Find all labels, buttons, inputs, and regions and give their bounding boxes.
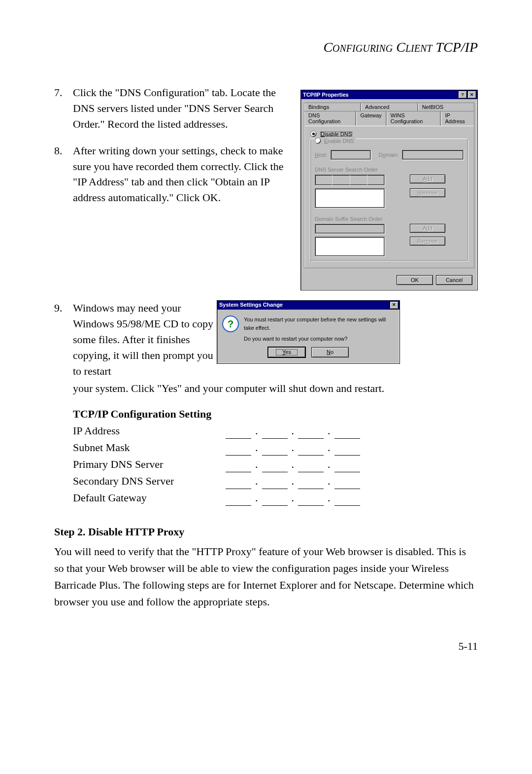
tab-panel: DDisable DNSisable DNS Enable DNS Host: … (304, 125, 474, 268)
radio-label: DDisable DNSisable DNS (320, 131, 353, 137)
add-button[interactable]: Add (410, 224, 445, 233)
step-text-part2: your system. Click "Yes" and your comput… (73, 381, 384, 396)
domain-suffix-label: Domain Suffix Search Order (315, 216, 464, 222)
config-row: Primary DNS Server... (73, 457, 478, 472)
dialog-titlebar: TCP/IP Properties ? ✕ (301, 90, 477, 99)
config-row: Subnet Mask... (73, 440, 478, 456)
step-text: Click the "DNS Configuration" tab. Locat… (73, 85, 291, 132)
config-label: Secondary DNS Server (73, 473, 226, 489)
radio-icon (310, 131, 317, 137)
step-text-part1: Windows may need your Windows 95/98/ME C… (73, 300, 217, 379)
dialog-title: System Settings Change (219, 301, 283, 309)
step-8: 8. After writing down your settings, che… (54, 143, 291, 206)
help-icon[interactable]: ? (458, 91, 467, 99)
remove-button[interactable]: Remove (410, 188, 445, 197)
tab-ip-address[interactable]: IP Address (440, 111, 474, 126)
dns-search-order-label: DNS Server Search Order (315, 167, 464, 173)
step2-body: You will need to verify that the "HTTP P… (54, 543, 478, 610)
config-row: Secondary DNS Server... (73, 473, 478, 489)
tab-wins-configuration[interactable]: WINS Configuration (386, 111, 441, 126)
domain-label: Domain: (379, 152, 399, 158)
config-blanks: ... (226, 423, 360, 439)
ok-button[interactable]: OK (397, 275, 433, 285)
config-label: Default Gateway (73, 490, 226, 506)
add-button[interactable]: Add (410, 175, 445, 183)
dns-server-list[interactable] (315, 188, 385, 208)
dialog-title: TCP/IP Properties (303, 92, 349, 98)
cancel-button[interactable]: Cancel (436, 275, 472, 285)
config-blanks: ... (226, 473, 360, 489)
config-blanks: ... (226, 440, 360, 456)
close-icon[interactable]: ✕ (390, 301, 399, 309)
page-number: 5-11 (54, 640, 478, 653)
step-text: After writing down your settings, check … (73, 143, 291, 206)
config-row: Default Gateway... (73, 490, 478, 506)
tab-row-2: DNS Configuration Gateway WINS Configura… (301, 110, 477, 125)
step-9: 9. Windows may need your Windows 95/98/M… (54, 300, 478, 506)
page-header: Configuring Client TCP/IP (54, 39, 478, 55)
step-number: 9. (54, 300, 73, 379)
dialog-line2: Do you want to restart your computer now… (244, 335, 395, 343)
dialog-line1: You must restart your computer before th… (244, 316, 395, 332)
config-table-heading: TCP/IP Configuration Setting (73, 406, 478, 422)
tab-dns-configuration[interactable]: DNS Configuration (304, 111, 356, 126)
yes-button[interactable]: Yes (268, 347, 305, 358)
tab-netbios[interactable]: NetBIOS (418, 103, 474, 111)
tab-row-1: Bindings Advanced NetBIOS (301, 99, 477, 110)
radio-icon (315, 138, 321, 144)
step-7: 7. Click the "DNS Configuration" tab. Lo… (54, 85, 291, 132)
config-label: Subnet Mask (73, 440, 226, 456)
radio-disable-dns[interactable]: DDisable DNSisable DNS (310, 131, 468, 137)
no-button[interactable]: No (311, 347, 349, 358)
suffix-list[interactable] (315, 237, 385, 256)
close-icon[interactable]: ✕ (467, 91, 476, 99)
domain-input[interactable] (402, 150, 464, 160)
tab-bindings[interactable]: Bindings (304, 103, 361, 111)
tcpip-properties-dialog: TCP/IP Properties ? ✕ Bindings Advanced … (300, 90, 478, 290)
config-label: IP Address (73, 423, 226, 439)
radio-enable-dns[interactable]: Enable DNS (315, 138, 356, 144)
dns-ip-input[interactable] (315, 175, 385, 185)
config-label: Primary DNS Server (73, 457, 226, 472)
host-label: Host: (315, 152, 328, 158)
dialog-titlebar: System Settings Change ✕ (217, 301, 399, 310)
remove-button[interactable]: Remove (410, 237, 445, 246)
config-blanks: ... (226, 457, 360, 472)
tab-advanced[interactable]: Advanced (361, 103, 417, 111)
step2-heading: Step 2. Disable HTTP Proxy (54, 526, 478, 538)
step-number: 8. (54, 143, 73, 206)
question-icon: ? (222, 316, 239, 332)
suffix-input[interactable] (315, 224, 385, 234)
config-row: IP Address... (73, 423, 478, 439)
step-number: 7. (54, 85, 73, 132)
host-input[interactable] (331, 150, 371, 160)
config-blanks: ... (226, 490, 360, 506)
dialog-message: You must restart your computer before th… (244, 316, 395, 343)
radio-label: Enable DNS (324, 138, 354, 144)
system-settings-change-dialog: System Settings Change ✕ ? You must rest… (217, 300, 400, 364)
tab-gateway[interactable]: Gateway (356, 111, 386, 126)
